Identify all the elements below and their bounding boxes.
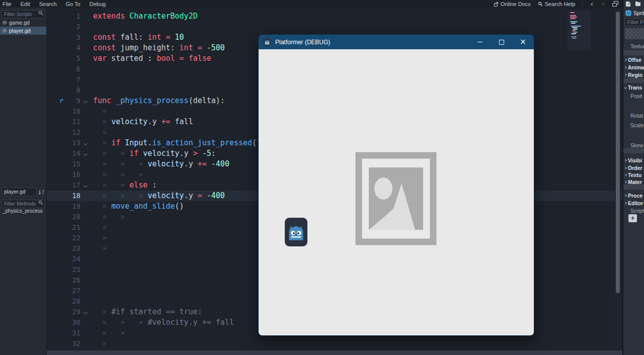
line-number[interactable]: 15 (47, 159, 80, 169)
line-number[interactable]: 13 (47, 138, 80, 148)
inspector-property-scale[interactable]: Scale (623, 122, 644, 128)
code-text: » » » #velocity.y += fall (93, 317, 234, 328)
code-text: » #if started == true: (93, 307, 202, 317)
line-number[interactable]: 2 (47, 22, 80, 32)
search-help-button[interactable]: Search Help (538, 1, 576, 7)
fold-chevron-icon[interactable] (84, 310, 88, 314)
code-line-1[interactable]: 1extends CharacterBody2D (47, 11, 622, 22)
code-text: func _physics_process(delta): (93, 96, 225, 106)
game-viewport (259, 49, 534, 336)
line-number[interactable]: 29 (47, 307, 80, 317)
line-number[interactable]: 14 (47, 148, 80, 159)
inspector-group-regio[interactable]: Regio (623, 72, 644, 78)
editor-scrollbar-thumb[interactable] (616, 12, 620, 293)
line-number[interactable]: 11 (47, 117, 80, 127)
game-window-titlebar[interactable]: Platformer (DEBUG) × (259, 35, 534, 49)
online-docs-button[interactable]: Online Docs (494, 1, 531, 7)
method-item-_physics_process[interactable]: _physics_process (0, 208, 46, 216)
load-resource-folder-icon[interactable] (635, 1, 641, 7)
texture-preview-slot[interactable] (625, 28, 644, 39)
inspector-property-script[interactable]: Script (623, 208, 644, 214)
make-floating-icon[interactable] (612, 1, 618, 7)
close-icon: × (520, 38, 526, 46)
line-number[interactable]: 3 (47, 32, 80, 43)
minimap-bar (570, 17, 577, 18)
line-number[interactable]: 24 (47, 254, 80, 264)
new-resource-icon[interactable] (625, 1, 631, 7)
history-back-button[interactable]: ‹ (590, 0, 594, 8)
menu-file[interactable]: File (3, 1, 12, 7)
inspector-group-offse[interactable]: Offse (623, 57, 644, 63)
line-number[interactable]: 5 (47, 53, 80, 64)
fold-chevron-icon[interactable] (84, 141, 88, 145)
add-metadata-button[interactable]: + (628, 214, 637, 222)
inspector-category-strip (623, 50, 644, 55)
code-text: » » if velocity.y > -5: (93, 148, 216, 159)
inspector-property-skew[interactable]: Skew (623, 142, 644, 148)
line-number[interactable]: 31 (47, 328, 80, 338)
line-number[interactable]: 30 (47, 317, 80, 328)
code-text: » move_and_slide() (93, 201, 184, 212)
menu-search[interactable]: Search (39, 1, 57, 7)
game-debug-window[interactable]: Platformer (DEBUG) × (258, 34, 534, 336)
inspector-group-editor[interactable]: Editor (623, 200, 644, 206)
script-editor-menubar: FileEditSearchGo ToDebug Online Docs Sea… (0, 0, 622, 8)
inspector-group-textu[interactable]: Textu (623, 172, 644, 178)
fold-chevron-icon[interactable] (84, 152, 88, 156)
line-number[interactable]: 20 (47, 212, 80, 222)
code-text: » (93, 233, 107, 243)
filter-scripts-box (2, 9, 45, 18)
code-text: » (93, 106, 107, 117)
line-number[interactable]: 23 (47, 243, 80, 254)
code-line-2[interactable]: 2 (47, 22, 622, 32)
inspector-group-order[interactable]: Order (623, 165, 644, 171)
line-number[interactable]: 12 (47, 127, 80, 138)
inspector-group-trans[interactable]: Trans (623, 84, 644, 91)
line-number[interactable]: 19 (47, 201, 80, 212)
line-number[interactable]: 1 (47, 11, 80, 22)
line-number[interactable]: 7 (47, 74, 80, 85)
line-number[interactable]: 32 (47, 338, 80, 349)
line-number[interactable]: 21 (47, 222, 80, 233)
line-number[interactable]: 17 (47, 180, 80, 191)
minimap-bar (572, 30, 576, 31)
fold-chevron-icon[interactable] (84, 99, 88, 103)
chevron-right-icon (624, 73, 627, 76)
close-button[interactable]: × (512, 35, 534, 49)
inspector-group-proce[interactable]: Proce (623, 193, 644, 199)
line-number[interactable]: 26 (47, 275, 80, 286)
inspector-group-visibi[interactable]: Visibi (623, 157, 644, 163)
inspector-property-texture[interactable]: Texture (623, 43, 644, 49)
line-number[interactable]: 27 (47, 286, 80, 296)
history-forward-button[interactable]: › (601, 0, 605, 8)
minimize-button[interactable] (469, 35, 491, 49)
inspected-node-row[interactable]: Sprit (625, 10, 644, 16)
menu-go-to[interactable]: Go To (66, 1, 80, 7)
code-minimap[interactable] (568, 10, 591, 50)
inspector-property-rotat[interactable]: Rotat (623, 113, 644, 119)
script-item-player.gd[interactable]: player.gd (0, 27, 46, 35)
filter-properties-input[interactable]: Filter Pr (625, 19, 644, 26)
line-number[interactable]: 16 (47, 169, 80, 180)
line-number[interactable]: 22 (47, 233, 80, 243)
script-item-game.gd[interactable]: game.gd (0, 19, 46, 27)
current-script-name: player.gd (2, 188, 37, 196)
line-number[interactable]: 6 (47, 64, 80, 74)
code-line-32[interactable]: 32 » (47, 338, 622, 349)
line-number[interactable]: 4 (47, 43, 80, 53)
line-number[interactable]: 28 (47, 296, 80, 307)
editor-scrollbar[interactable] (615, 8, 621, 350)
inspector-group-anima[interactable]: Anima (623, 64, 644, 70)
menu-debug[interactable]: Debug (90, 1, 106, 7)
line-number[interactable]: 18 (47, 191, 80, 201)
line-number[interactable]: 10 (47, 106, 80, 117)
code-text: » if Input.is_action_just_pressed("Ju (93, 138, 270, 148)
menu-edit[interactable]: Edit (21, 1, 30, 7)
minimap-bar (570, 12, 575, 13)
maximize-button[interactable] (491, 35, 512, 49)
line-number[interactable]: 25 (47, 264, 80, 275)
sort-methods-icon[interactable] (38, 189, 45, 195)
line-number[interactable]: 8 (47, 85, 80, 96)
inspector-property-posit[interactable]: Posit (623, 93, 644, 99)
fold-chevron-icon[interactable] (84, 184, 88, 188)
